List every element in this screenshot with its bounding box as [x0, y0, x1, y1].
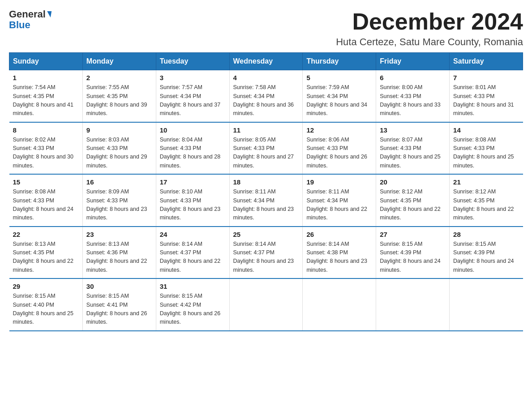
day-number: 15 — [13, 178, 79, 186]
day-info: Sunrise: 8:15 AMSunset: 4:42 PMDaylight:… — [160, 293, 221, 325]
calendar-day-cell: 13 Sunrise: 8:07 AMSunset: 4:33 PMDaylig… — [376, 122, 450, 175]
day-info: Sunrise: 8:15 AMSunset: 4:41 PMDaylight:… — [86, 293, 147, 325]
day-number: 19 — [306, 178, 372, 186]
calendar-day-cell: 26 Sunrise: 8:14 AMSunset: 4:38 PMDaylig… — [303, 227, 376, 279]
calendar-day-cell: 2 Sunrise: 7:55 AMSunset: 4:35 PMDayligh… — [82, 70, 156, 122]
logo: General Blue — [9, 9, 51, 30]
day-info: Sunrise: 7:59 AMSunset: 4:34 PMDaylight:… — [306, 84, 367, 116]
day-number: 29 — [13, 283, 79, 290]
day-info: Sunrise: 7:54 AMSunset: 4:35 PMDaylight:… — [13, 84, 74, 116]
day-number: 28 — [453, 231, 519, 238]
calendar-day-cell: 27 Sunrise: 8:15 AMSunset: 4:39 PMDaylig… — [376, 227, 450, 279]
calendar-day-cell: 25 Sunrise: 8:14 AMSunset: 4:37 PMDaylig… — [229, 227, 303, 279]
day-number: 17 — [160, 178, 226, 186]
calendar-day-cell: 11 Sunrise: 8:05 AMSunset: 4:33 PMDaylig… — [229, 122, 303, 175]
day-number: 20 — [380, 178, 446, 186]
day-number: 31 — [160, 283, 226, 290]
calendar-day-cell: 5 Sunrise: 7:59 AMSunset: 4:34 PMDayligh… — [303, 70, 376, 122]
calendar-day-cell: 20 Sunrise: 8:12 AMSunset: 4:35 PMDaylig… — [376, 174, 450, 227]
day-info: Sunrise: 8:10 AMSunset: 4:33 PMDaylight:… — [160, 188, 221, 221]
calendar-day-cell: 22 Sunrise: 8:13 AMSunset: 4:35 PMDaylig… — [9, 227, 83, 279]
day-info: Sunrise: 8:11 AMSunset: 4:34 PMDaylight:… — [233, 188, 294, 221]
calendar-day-cell: 18 Sunrise: 8:11 AMSunset: 4:34 PMDaylig… — [229, 174, 303, 227]
calendar-day-cell: 23 Sunrise: 8:13 AMSunset: 4:36 PMDaylig… — [82, 227, 156, 279]
day-info: Sunrise: 8:08 AMSunset: 4:33 PMDaylight:… — [453, 137, 514, 169]
calendar-day-cell: 9 Sunrise: 8:03 AMSunset: 4:33 PMDayligh… — [82, 122, 156, 175]
day-number: 16 — [86, 178, 152, 186]
day-info: Sunrise: 8:14 AMSunset: 4:37 PMDaylight:… — [233, 241, 294, 273]
day-number: 8 — [13, 126, 79, 134]
day-of-week-header: Saturday — [450, 53, 523, 70]
day-number: 13 — [380, 126, 446, 134]
day-info: Sunrise: 8:08 AMSunset: 4:33 PMDaylight:… — [13, 188, 74, 221]
calendar-day-cell: 21 Sunrise: 8:12 AMSunset: 4:35 PMDaylig… — [450, 174, 523, 227]
calendar-day-cell: 3 Sunrise: 7:57 AMSunset: 4:34 PMDayligh… — [156, 70, 229, 122]
title-block: December 2024 Huta Certeze, Satu Mare Co… — [336, 9, 523, 48]
day-number: 30 — [86, 283, 152, 290]
day-number: 5 — [306, 74, 372, 81]
day-info: Sunrise: 7:58 AMSunset: 4:34 PMDaylight:… — [233, 84, 294, 116]
calendar-week-row: 22 Sunrise: 8:13 AMSunset: 4:35 PMDaylig… — [9, 227, 523, 279]
day-info: Sunrise: 8:13 AMSunset: 4:36 PMDaylight:… — [86, 241, 147, 273]
day-info: Sunrise: 8:01 AMSunset: 4:33 PMDaylight:… — [453, 84, 514, 116]
logo-blue-text: Blue — [9, 20, 51, 30]
day-number: 10 — [160, 126, 226, 134]
day-number: 2 — [86, 74, 152, 81]
day-number: 11 — [233, 126, 299, 134]
day-info: Sunrise: 8:15 AMSunset: 4:40 PMDaylight:… — [13, 293, 74, 325]
calendar-week-row: 8 Sunrise: 8:02 AMSunset: 4:33 PMDayligh… — [9, 122, 523, 175]
day-info: Sunrise: 8:02 AMSunset: 4:33 PMDaylight:… — [13, 137, 74, 169]
calendar-table: SundayMondayTuesdayWednesdayThursdayFrid… — [9, 52, 523, 331]
day-info: Sunrise: 8:00 AMSunset: 4:33 PMDaylight:… — [380, 84, 441, 116]
day-of-week-header: Sunday — [9, 53, 83, 70]
calendar-day-cell — [376, 278, 450, 331]
day-info: Sunrise: 8:15 AMSunset: 4:39 PMDaylight:… — [453, 241, 514, 273]
day-number: 18 — [233, 178, 299, 186]
day-number: 14 — [453, 126, 519, 134]
day-info: Sunrise: 8:11 AMSunset: 4:34 PMDaylight:… — [306, 188, 367, 221]
day-number: 25 — [233, 231, 299, 238]
day-info: Sunrise: 8:03 AMSunset: 4:33 PMDaylight:… — [86, 137, 147, 169]
day-info: Sunrise: 8:14 AMSunset: 4:37 PMDaylight:… — [160, 241, 221, 273]
day-info: Sunrise: 8:07 AMSunset: 4:33 PMDaylight:… — [380, 137, 441, 169]
calendar-day-cell: 17 Sunrise: 8:10 AMSunset: 4:33 PMDaylig… — [156, 174, 229, 227]
logo-general-text: General — [9, 9, 46, 20]
day-info: Sunrise: 8:14 AMSunset: 4:38 PMDaylight:… — [306, 241, 367, 273]
calendar-day-cell: 15 Sunrise: 8:08 AMSunset: 4:33 PMDaylig… — [9, 174, 83, 227]
calendar-day-cell: 7 Sunrise: 8:01 AMSunset: 4:33 PMDayligh… — [450, 70, 523, 122]
calendar-day-cell — [303, 278, 376, 331]
calendar-header-row: SundayMondayTuesdayWednesdayThursdayFrid… — [9, 53, 523, 70]
calendar-day-cell: 12 Sunrise: 8:06 AMSunset: 4:33 PMDaylig… — [303, 122, 376, 175]
day-info: Sunrise: 8:05 AMSunset: 4:33 PMDaylight:… — [233, 137, 294, 169]
calendar-day-cell — [229, 278, 303, 331]
calendar-day-cell: 16 Sunrise: 8:09 AMSunset: 4:33 PMDaylig… — [82, 174, 156, 227]
calendar-day-cell: 10 Sunrise: 8:04 AMSunset: 4:33 PMDaylig… — [156, 122, 229, 175]
logo-arrow-icon — [46, 11, 51, 17]
day-number: 22 — [13, 231, 79, 238]
calendar-day-cell: 6 Sunrise: 8:00 AMSunset: 4:33 PMDayligh… — [376, 70, 450, 122]
day-number: 23 — [86, 231, 152, 238]
day-of-week-header: Friday — [376, 53, 450, 70]
day-info: Sunrise: 8:12 AMSunset: 4:35 PMDaylight:… — [380, 188, 441, 221]
page-header: General Blue December 2024 Huta Certeze,… — [9, 9, 523, 48]
day-number: 26 — [306, 231, 372, 238]
day-number: 6 — [380, 74, 446, 81]
day-info: Sunrise: 8:15 AMSunset: 4:39 PMDaylight:… — [380, 241, 441, 273]
day-info: Sunrise: 7:57 AMSunset: 4:34 PMDaylight:… — [160, 84, 221, 116]
day-number: 21 — [453, 178, 519, 186]
day-info: Sunrise: 8:04 AMSunset: 4:33 PMDaylight:… — [160, 137, 221, 169]
day-of-week-header: Tuesday — [156, 53, 229, 70]
day-info: Sunrise: 7:55 AMSunset: 4:35 PMDaylight:… — [86, 84, 147, 116]
calendar-day-cell: 1 Sunrise: 7:54 AMSunset: 4:35 PMDayligh… — [9, 70, 83, 122]
calendar-day-cell: 14 Sunrise: 8:08 AMSunset: 4:33 PMDaylig… — [450, 122, 523, 175]
calendar-week-row: 29 Sunrise: 8:15 AMSunset: 4:40 PMDaylig… — [9, 278, 523, 331]
day-info: Sunrise: 8:13 AMSunset: 4:35 PMDaylight:… — [13, 241, 74, 273]
day-number: 4 — [233, 74, 299, 81]
calendar-day-cell — [450, 278, 523, 331]
day-number: 24 — [160, 231, 226, 238]
day-number: 7 — [453, 74, 519, 81]
month-title: December 2024 — [336, 9, 523, 34]
day-info: Sunrise: 8:06 AMSunset: 4:33 PMDaylight:… — [306, 137, 367, 169]
day-number: 1 — [13, 74, 79, 81]
day-number: 12 — [306, 126, 372, 134]
